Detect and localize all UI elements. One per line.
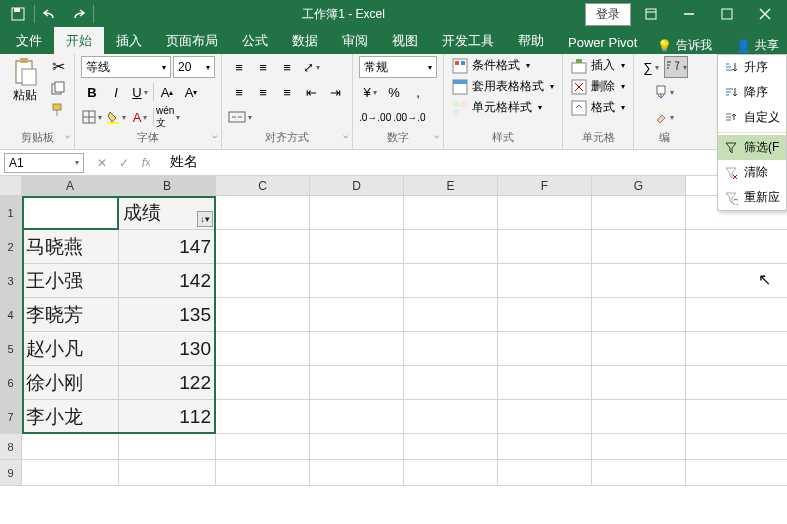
orientation-icon[interactable]: ⤢ [300,56,322,78]
cell[interactable] [592,230,686,263]
cell[interactable]: 马晓燕 [22,230,119,263]
cell[interactable] [216,400,310,433]
borders-button[interactable] [81,106,103,128]
row-header[interactable]: 1 [0,196,22,229]
bold-button[interactable]: B [81,81,103,103]
currency-icon[interactable]: ¥ [359,81,381,103]
number-format-combo[interactable]: 常规▾ [359,56,437,78]
name-box[interactable]: A1▾ [4,153,84,173]
copy-icon[interactable] [48,78,68,98]
row-header[interactable]: 8 [0,434,22,459]
sort-asc-item[interactable]: 升序 [718,55,786,80]
cell[interactable] [310,298,404,331]
comma-icon[interactable]: , [407,81,429,103]
cell[interactable] [310,230,404,263]
font-color-button[interactable]: A [129,106,151,128]
row-header[interactable]: 7 [0,400,22,433]
cell[interactable] [216,460,310,485]
filter-dropdown-icon[interactable]: ↓▾ [197,211,213,227]
cell[interactable] [310,366,404,399]
cell[interactable] [404,400,498,433]
cut-icon[interactable]: ✂ [48,56,68,76]
cell[interactable] [216,332,310,365]
enter-icon[interactable]: ✓ [114,153,134,173]
cell-styles-button[interactable]: 单元格样式▾ [450,98,556,117]
cell[interactable] [592,400,686,433]
tab-layout[interactable]: 页面布局 [154,27,230,54]
tell-me[interactable]: 💡告诉我 [657,37,712,54]
cell[interactable] [404,366,498,399]
indent-dec-icon[interactable]: ⇤ [300,81,322,103]
cell[interactable]: 赵小凡 [22,332,119,365]
sort-filter-button[interactable] [664,56,688,78]
grid[interactable]: A B C D E F G 1 姓名▾ 成绩↓▾ 2 马晓燕 147 3 王小强… [0,176,787,486]
fill-icon[interactable] [640,81,688,103]
tab-view[interactable]: 视图 [380,27,430,54]
row-header[interactable]: 3 [0,264,22,297]
cell[interactable] [22,460,119,485]
col-header-b[interactable]: B [119,176,216,195]
cell[interactable]: 147 [119,230,216,263]
align-middle-icon[interactable]: ≡ [252,56,274,78]
maximize-icon[interactable] [709,2,745,26]
cell[interactable] [404,332,498,365]
align-top-icon[interactable]: ≡ [228,56,250,78]
row-header[interactable]: 4 [0,298,22,331]
tab-file[interactable]: 文件 [4,27,54,54]
close-icon[interactable] [747,2,783,26]
cell[interactable] [310,332,404,365]
font-name-combo[interactable]: 等线▾ [81,56,171,78]
cell[interactable]: 王小强 [22,264,119,297]
cell[interactable]: 122 [119,366,216,399]
cell[interactable] [310,400,404,433]
cell[interactable] [404,264,498,297]
cell[interactable] [404,434,498,459]
insert-cells-button[interactable]: 插入▾ [569,56,627,75]
cell[interactable] [216,366,310,399]
sort-desc-item[interactable]: 降序 [718,80,786,105]
cell[interactable] [592,332,686,365]
row-header[interactable]: 6 [0,366,22,399]
cell[interactable] [216,298,310,331]
phonetic-button[interactable]: wén文 [156,106,180,128]
cell[interactable] [310,460,404,485]
filter-dropdown-icon[interactable]: ▾ [100,211,116,227]
save-icon[interactable] [6,3,30,25]
select-all-corner[interactable] [0,176,22,195]
indent-inc-icon[interactable]: ⇥ [324,81,346,103]
autosum-icon[interactable]: ∑ [640,56,662,78]
cell[interactable] [310,264,404,297]
row-header[interactable]: 5 [0,332,22,365]
cell[interactable] [498,230,592,263]
cell[interactable]: 130 [119,332,216,365]
cell[interactable] [404,298,498,331]
cell[interactable] [498,434,592,459]
cell[interactable]: 徐小刚 [22,366,119,399]
cell[interactable] [498,400,592,433]
share-button[interactable]: 👤共享 [736,37,779,54]
paste-button[interactable]: 粘贴 [6,56,44,104]
shrink-font-icon[interactable]: A▾ [180,81,202,103]
cell[interactable] [404,460,498,485]
format-cells-button[interactable]: 格式▾ [569,98,627,117]
align-left-icon[interactable]: ≡ [228,81,250,103]
tab-formulas[interactable]: 公式 [230,27,280,54]
cell[interactable] [498,366,592,399]
filter-item[interactable]: 筛选(F [718,135,786,160]
cell[interactable]: 李小龙 [22,400,119,433]
cell[interactable] [216,264,310,297]
col-header-e[interactable]: E [404,176,498,195]
cell[interactable]: 112 [119,400,216,433]
cell[interactable]: 135 [119,298,216,331]
underline-button[interactable]: U [129,81,151,103]
align-right-icon[interactable]: ≡ [276,81,298,103]
cell[interactable] [404,230,498,263]
cell[interactable] [592,460,686,485]
group-clipboard[interactable]: 剪贴板 [6,128,68,147]
cell[interactable]: 李晓芳 [22,298,119,331]
clear-icon[interactable] [640,106,688,128]
row-header[interactable]: 2 [0,230,22,263]
inc-decimal-icon[interactable]: .0→.00 [359,106,391,128]
cell[interactable] [310,196,404,229]
cell[interactable] [498,332,592,365]
